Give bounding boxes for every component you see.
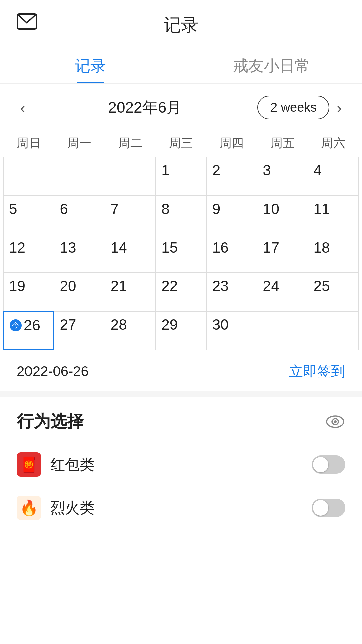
calendar-cell[interactable]: 28: [105, 311, 156, 350]
calendar-cell[interactable]: 5: [3, 196, 54, 234]
behavior-item-icon-flame: 🔥: [17, 496, 41, 520]
calendar-cell[interactable]: 27: [54, 311, 105, 350]
calendar-cell[interactable]: 7: [105, 196, 156, 234]
calendar-cell[interactable]: 3: [257, 157, 308, 196]
calendar-cell[interactable]: 20: [54, 273, 105, 311]
calendar-cell[interactable]: 22: [156, 273, 206, 311]
selected-date-label: 2022-06-26: [17, 363, 89, 379]
calendar-cell[interactable]: 4: [308, 157, 359, 196]
behavior-items-list: 🧧红包类🔥烈火类: [17, 443, 345, 529]
eye-icon[interactable]: [325, 412, 345, 432]
calendar-cell: [3, 157, 54, 196]
calendar-cell[interactable]: 8: [156, 196, 206, 234]
day-headers: 周日 周一 周二 周三 周四 周五 周六: [0, 126, 362, 157]
behavior-item-name-red-envelope: 红包类: [50, 455, 312, 475]
calendar-cell[interactable]: 12: [3, 234, 54, 273]
calendar-cell[interactable]: 6: [54, 196, 105, 234]
calendar-cell[interactable]: 21: [105, 273, 156, 311]
day-header-sat: 周六: [308, 129, 359, 157]
prev-month-button[interactable]: ‹: [13, 98, 33, 117]
calendar-cell[interactable]: 10: [257, 196, 308, 234]
next-month-button[interactable]: ›: [329, 98, 349, 117]
calendar-nav: ‹ 2022年6月 2 weeks ›: [0, 84, 362, 126]
behavior-item-red-envelope: 🧧红包类: [17, 443, 345, 486]
calendar-cell[interactable]: 9: [206, 196, 257, 234]
calendar-cell[interactable]: 15: [156, 234, 206, 273]
calendar-cell: [257, 311, 308, 350]
calendar-cell[interactable]: 今26: [3, 311, 54, 350]
day-header-tue: 周二: [105, 129, 156, 157]
calendar-cell[interactable]: 18: [308, 234, 359, 273]
checkin-button[interactable]: 立即签到: [289, 362, 345, 381]
calendar-cell[interactable]: 30: [206, 311, 257, 350]
tab-daily[interactable]: 戒友小日常: [181, 47, 362, 83]
day-header-wed: 周三: [156, 129, 206, 157]
calendar-cell[interactable]: 19: [3, 273, 54, 311]
calendar-cell: [54, 157, 105, 196]
calendar-cell[interactable]: 17: [257, 234, 308, 273]
tab-bar: 记录 戒友小日常: [0, 47, 362, 84]
calendar-cell: [105, 157, 156, 196]
calendar-cell: [308, 311, 359, 350]
behavior-toggle-flame[interactable]: [312, 499, 345, 517]
calendar-cell[interactable]: 14: [105, 234, 156, 273]
mail-icon[interactable]: [17, 13, 37, 30]
behavior-section: 行为选择 🧧红包类🔥烈火类: [0, 397, 362, 536]
calendar-cell[interactable]: 25: [308, 273, 359, 311]
behavior-toggle-red-envelope[interactable]: [312, 455, 345, 474]
behavior-item-name-flame: 烈火类: [50, 498, 312, 518]
day-header-mon: 周一: [54, 129, 105, 157]
tab-record[interactable]: 记录: [0, 47, 181, 83]
behavior-header: 行为选择: [17, 410, 345, 433]
day-header-thu: 周四: [206, 129, 257, 157]
section-divider: [0, 391, 362, 397]
page-title: 记录: [164, 13, 198, 37]
day-header-sun: 周日: [3, 129, 54, 157]
calendar-cell[interactable]: 11: [308, 196, 359, 234]
behavior-item-icon-red-envelope: 🧧: [17, 452, 41, 477]
calendar-cell[interactable]: 29: [156, 311, 206, 350]
current-month-label: 2022年6月: [33, 97, 257, 118]
header: 记录: [0, 0, 362, 44]
behavior-item-flame: 🔥烈火类: [17, 486, 345, 529]
calendar-cell[interactable]: 13: [54, 234, 105, 273]
date-checkin-row: 2022-06-26 立即签到: [0, 350, 362, 391]
calendar-cell[interactable]: 1: [156, 157, 206, 196]
calendar-cell[interactable]: 2: [206, 157, 257, 196]
calendar-cell[interactable]: 16: [206, 234, 257, 273]
behavior-title: 行为选择: [17, 410, 84, 433]
svg-point-3: [334, 420, 337, 423]
calendar-cell[interactable]: 24: [257, 273, 308, 311]
weeks-selector-button[interactable]: 2 weeks: [257, 96, 329, 119]
day-header-fri: 周五: [257, 129, 308, 157]
calendar-grid: 1234567891011121314151617181920212223242…: [0, 157, 362, 350]
calendar-cell[interactable]: 23: [206, 273, 257, 311]
